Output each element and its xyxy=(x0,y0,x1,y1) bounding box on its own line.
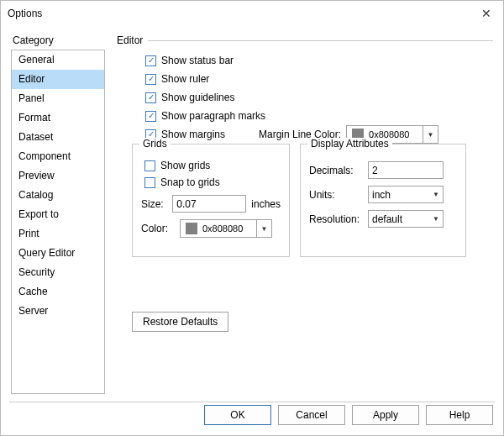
decimals-label: Decimals: xyxy=(309,165,368,176)
units-combo[interactable]: inch ▼ xyxy=(368,186,444,203)
category-item-component[interactable]: Component xyxy=(12,147,104,166)
label-show-ruler: Show ruler xyxy=(161,73,209,85)
category-list[interactable]: GeneralEditorPanelFormatDatasetComponent… xyxy=(11,50,105,394)
category-item-cache[interactable]: Cache xyxy=(12,282,104,302)
close-icon[interactable]: ✕ xyxy=(470,1,503,26)
titlebar: Options ✕ xyxy=(1,1,503,26)
chevron-down-icon[interactable]: ▼ xyxy=(423,126,438,143)
restore-defaults-button[interactable]: Restore Defaults xyxy=(132,312,228,332)
row-show-status-bar: ✓ Show status bar xyxy=(145,53,493,68)
category-item-format[interactable]: Format xyxy=(12,108,104,128)
row-show-grids: ✓ Show grids xyxy=(141,160,281,171)
label-show-margins: Show margins xyxy=(161,129,225,140)
chevron-down-icon[interactable]: ▼ xyxy=(429,211,443,227)
grid-color-value: 0x808080 xyxy=(202,223,256,234)
checkbox-snap-grids[interactable]: ✓ xyxy=(144,177,155,188)
row-snap-grids: ✓ Snap to grids xyxy=(141,176,281,188)
row-grid-color: Color: 0x808080 ▼ xyxy=(141,219,281,238)
section-title: Editor xyxy=(117,34,143,46)
category-item-panel[interactable]: Panel xyxy=(12,89,104,108)
dialog-footer: OK Cancel Apply Help xyxy=(1,395,503,435)
units-label: Units: xyxy=(309,189,368,201)
chevron-down-icon[interactable]: ▼ xyxy=(256,220,271,237)
label-show-grids: Show grids xyxy=(160,160,210,171)
row-show-guidelines: ✓ Show guidelines xyxy=(145,90,493,105)
row-show-paragraph: ✓ Show paragraph marks xyxy=(145,108,493,123)
category-item-general[interactable]: General xyxy=(12,50,104,70)
apply-button[interactable]: Apply xyxy=(352,405,419,425)
label-snap-grids: Snap to grids xyxy=(160,176,220,188)
category-item-server[interactable]: Server xyxy=(12,302,104,321)
category-item-security[interactable]: Security xyxy=(12,263,104,282)
category-item-export-to[interactable]: Export to xyxy=(12,205,104,224)
row-resolution: Resolution: default ▼ xyxy=(309,210,457,228)
resolution-combo[interactable]: default ▼ xyxy=(368,210,444,228)
checkbox-show-status-bar[interactable]: ✓ xyxy=(145,55,156,66)
decimals-input[interactable] xyxy=(368,161,444,179)
ok-button[interactable]: OK xyxy=(204,405,271,425)
help-button[interactable]: Help xyxy=(426,405,493,425)
checkbox-show-guidelines[interactable]: ✓ xyxy=(145,92,156,103)
resolution-value: default xyxy=(369,213,429,225)
checkbox-show-paragraph[interactable]: ✓ xyxy=(145,111,156,122)
row-show-ruler: ✓ Show ruler xyxy=(145,71,493,87)
checkbox-show-ruler[interactable]: ✓ xyxy=(145,74,156,85)
content: Category GeneralEditorPanelFormatDataset… xyxy=(1,26,503,395)
editor-pane: Editor ✓ Show status bar ✓ Show ruler ✓ … xyxy=(105,34,493,395)
category-label: Category xyxy=(13,34,105,46)
label-show-paragraph: Show paragraph marks xyxy=(161,110,265,122)
category-item-catalog[interactable]: Catalog xyxy=(12,186,104,205)
label-show-guidelines: Show guidelines xyxy=(161,92,234,103)
grid-size-unit: inches xyxy=(251,198,281,210)
row-decimals: Decimals: xyxy=(309,161,457,179)
category-item-editor[interactable]: Editor xyxy=(12,70,104,89)
grid-size-input[interactable] xyxy=(172,195,246,213)
chevron-down-icon[interactable]: ▼ xyxy=(429,186,443,202)
display-legend: Display Attributes xyxy=(307,138,392,150)
display-attributes-group: Display Attributes Decimals: Units: inch… xyxy=(300,144,466,257)
window-title: Options xyxy=(8,8,470,19)
grids-group: Grids ✓ Show grids ✓ Snap to grids Size:… xyxy=(132,144,290,257)
grid-color-label: Color: xyxy=(141,223,180,234)
category-item-print[interactable]: Print xyxy=(12,224,104,244)
category-item-query-editor[interactable]: Query Editor xyxy=(12,244,104,263)
grids-legend: Grids xyxy=(139,138,171,150)
cancel-button[interactable]: Cancel xyxy=(278,405,345,425)
section-header: Editor xyxy=(117,34,493,46)
category-item-dataset[interactable]: Dataset xyxy=(12,128,104,147)
row-grid-size: Size: inches xyxy=(141,195,281,213)
grid-color-swatch xyxy=(186,223,197,234)
category-item-preview[interactable]: Preview xyxy=(12,166,104,186)
options-dialog: Options ✕ Category GeneralEditorPanelFor… xyxy=(0,0,504,436)
checkbox-show-grids[interactable]: ✓ xyxy=(144,160,155,171)
grid-size-label: Size: xyxy=(141,198,172,210)
row-units: Units: inch ▼ xyxy=(309,186,457,203)
units-value: inch xyxy=(369,189,429,201)
category-panel: Category GeneralEditorPanelFormatDataset… xyxy=(11,34,105,395)
grid-color-picker[interactable]: 0x808080 ▼ xyxy=(180,219,272,238)
resolution-label: Resolution: xyxy=(309,213,368,225)
section-divider xyxy=(148,40,493,41)
label-show-status-bar: Show status bar xyxy=(161,55,234,66)
